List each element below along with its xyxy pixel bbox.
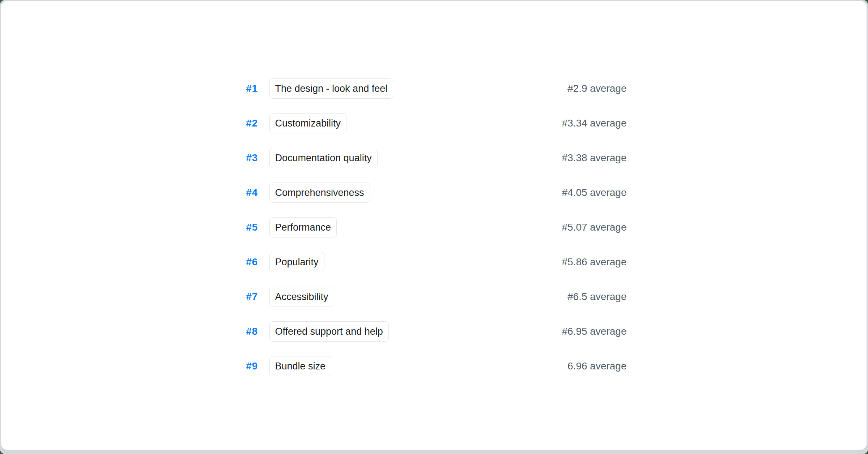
ranking-option-pill[interactable]: The design - look and feel	[269, 78, 393, 99]
ranking-option-label: The design - look and feel	[275, 83, 388, 94]
ranking-option-label: Comprehensiveness	[275, 187, 364, 198]
rank-number: #7	[241, 291, 258, 303]
average-score: #2.9 average	[567, 83, 626, 94]
ranking-option-pill[interactable]: Popularity	[269, 252, 324, 272]
rank-number: #5	[241, 222, 258, 233]
ranking-option-pill[interactable]: Accessibility	[269, 287, 334, 307]
ranking-option-label: Popularity	[275, 257, 319, 268]
rank-number: #3	[241, 152, 258, 164]
rank-number: #8	[241, 326, 258, 337]
ranking-row: #4 Comprehensiveness #4.05 average	[241, 183, 627, 203]
ranking-row: #7 Accessibility #6.5 average	[241, 287, 627, 307]
ranking-row: #9 Bundle size 6.96 average	[241, 356, 627, 376]
window-frame: #1 The design - look and feel #2.9 avera…	[0, 0, 868, 454]
rank-number: #1	[241, 83, 258, 94]
ranking-option-label: Documentation quality	[275, 153, 372, 164]
ranking-row: #6 Popularity #5.86 average	[241, 252, 627, 272]
average-score: #6.95 average	[562, 326, 626, 337]
ranking-option-pill[interactable]: Bundle size	[269, 356, 332, 376]
ranking-row: #8 Offered support and help #6.95 averag…	[241, 321, 627, 342]
ranking-list: #1 The design - look and feel #2.9 avera…	[241, 78, 627, 376]
ranking-option-label: Performance	[275, 222, 331, 233]
average-score: #5.07 average	[562, 222, 626, 233]
average-score: #6.5 average	[567, 291, 626, 303]
rank-number: #4	[241, 187, 258, 198]
average-score: #4.05 average	[562, 187, 626, 198]
ranking-option-label: Customizability	[275, 118, 341, 129]
ranking-option-pill[interactable]: Documentation quality	[269, 148, 378, 168]
ranking-row: #2 Customizability #3.34 average	[241, 113, 627, 133]
ranking-option-pill[interactable]: Comprehensiveness	[269, 183, 370, 203]
average-score: 6.96 average	[567, 360, 626, 372]
ranking-row: #1 The design - look and feel #2.9 avera…	[241, 78, 627, 99]
rank-number: #6	[241, 256, 258, 268]
average-score: #3.34 average	[562, 117, 626, 129]
ranking-row: #3 Documentation quality #3.38 average	[241, 148, 627, 168]
ranking-option-pill[interactable]: Performance	[269, 217, 337, 237]
ranking-option-label: Accessibility	[275, 291, 328, 303]
ranking-option-label: Offered support and help	[275, 326, 383, 337]
average-score: #3.38 average	[562, 152, 626, 164]
rank-number: #2	[241, 117, 258, 129]
ranking-option-pill[interactable]: Offered support and help	[269, 321, 389, 342]
rank-number: #9	[241, 360, 258, 372]
content-card: #1 The design - look and feel #2.9 avera…	[1, 1, 867, 450]
ranking-row: #5 Performance #5.07 average	[241, 217, 627, 237]
ranking-option-pill[interactable]: Customizability	[269, 113, 347, 133]
ranking-option-label: Bundle size	[275, 361, 326, 372]
average-score: #5.86 average	[562, 256, 626, 268]
